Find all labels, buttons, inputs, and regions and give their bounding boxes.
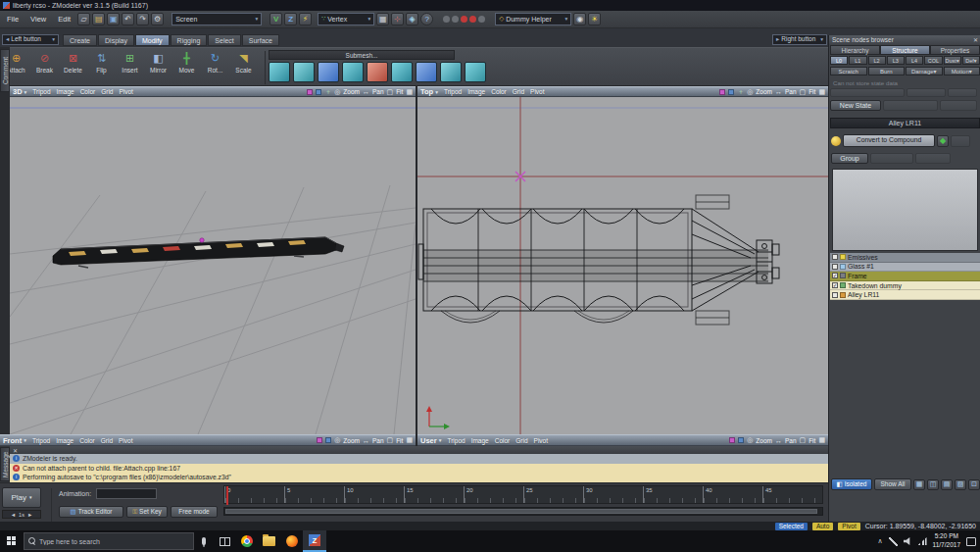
pan-label[interactable]: Pan (785, 88, 797, 95)
layout-grid-icon[interactable]: ▦ (818, 436, 825, 444)
zoom-icon[interactable]: ◎ (747, 88, 753, 96)
fit-label[interactable]: Fit (396, 437, 403, 444)
list-view-icon[interactable]: ▦ (913, 479, 925, 490)
show-all-button[interactable]: Show All (874, 478, 911, 490)
pan-label[interactable]: Pan (372, 437, 384, 444)
fit-label[interactable]: Fit (396, 88, 403, 95)
redo-icon[interactable]: ↷ (136, 13, 149, 25)
tool-insert-button[interactable]: ⊞Insert (116, 48, 144, 74)
track-editor-button[interactable]: ▧Track Editor (59, 506, 123, 518)
new-file-icon[interactable]: ▱ (77, 13, 90, 25)
viewport-menu-color[interactable]: Color (80, 88, 96, 95)
viewport-menu-pivot[interactable]: Pivot (534, 437, 548, 444)
playhead[interactable] (226, 486, 228, 505)
lod-col-button[interactable]: COL (924, 56, 942, 65)
submesh-icon[interactable] (293, 62, 315, 82)
message-panel-close-icon[interactable]: ✕ (13, 447, 18, 454)
isolated-button[interactable]: ◧Isolated (831, 478, 872, 490)
log-row-error[interactable]: ✕ Can not attach parent to child. file:A… (10, 464, 828, 474)
rows-view-icon[interactable]: ▤ (941, 479, 953, 490)
set-key-button[interactable]: ⚿Set Key (126, 506, 168, 518)
z-buffer-icon[interactable]: Z (284, 13, 297, 25)
tab-display[interactable]: Display (98, 34, 134, 46)
maximize-viewport-icon[interactable] (719, 89, 725, 95)
start-button[interactable] (0, 530, 24, 552)
pan-label[interactable]: Pan (372, 88, 384, 95)
menu-file[interactable]: File (2, 13, 24, 25)
add-view-icon[interactable]: ＋ (737, 87, 744, 97)
dust-dropdown[interactable]: Dust▾ (944, 56, 961, 65)
step-fwd-icon[interactable]: ► (27, 512, 32, 518)
zoom-icon[interactable]: ◎ (747, 436, 753, 444)
lod-l4-button[interactable]: L4 (906, 56, 923, 65)
viewport-menu-tripod[interactable]: Tripod (444, 88, 462, 95)
grid-toggle-icon[interactable]: ▦ (376, 13, 389, 25)
pan-icon[interactable]: ↔ (363, 88, 369, 95)
message-side-tab[interactable]: Message (0, 447, 10, 481)
motion-dropdown[interactable]: Motion▾ (944, 67, 980, 75)
tab-properties[interactable]: Properties (930, 45, 980, 55)
axes-icon[interactable]: ⊹ (391, 13, 404, 25)
viewport-menu-tripod[interactable]: Tripod (447, 437, 465, 444)
viewport-menu-color[interactable]: Color (79, 437, 95, 444)
viewport-3d-name[interactable]: 3D (13, 87, 23, 96)
tab-rigging[interactable]: Rigging (171, 34, 208, 46)
taskbar-app-explorer[interactable] (258, 530, 280, 552)
vertices-mode-icon[interactable]: V (270, 13, 282, 25)
free-mode-button[interactable]: Free mode (171, 506, 218, 518)
node-checkbox[interactable] (832, 254, 838, 260)
zoom-label[interactable]: Zoom (756, 437, 772, 444)
network-icon[interactable] (918, 537, 927, 545)
viewport-top-canvas[interactable] (417, 97, 828, 434)
lod-l0-button[interactable]: L0 (830, 56, 848, 65)
scene-browser-close-icon[interactable]: ✕ (973, 36, 978, 43)
viewport-menu-pivot[interactable]: Pivot (119, 437, 132, 444)
maximize-viewport-icon[interactable] (307, 89, 313, 95)
tool-delete-button[interactable]: ⊠Delete (59, 48, 87, 74)
zoom-icon[interactable]: ◎ (334, 88, 340, 96)
left-button-dropdown[interactable]: ◂ Left button▾ (2, 34, 59, 45)
pan-icon[interactable]: ↔ (775, 437, 782, 444)
node-emissives[interactable]: Emissives (830, 253, 980, 263)
compound-gem-icon[interactable]: ◆ (937, 135, 949, 147)
viewport-menu-image[interactable]: Image (471, 437, 489, 444)
add-view-icon[interactable]: ＋ (324, 87, 331, 97)
layout-grid-icon[interactable]: ▦ (818, 88, 825, 96)
layout-grid-icon[interactable]: ▦ (406, 88, 413, 96)
auto-toggle[interactable]: Auto (812, 523, 833, 530)
viewport-menu-pivot[interactable]: Pivot (530, 88, 544, 95)
pivot-toggle[interactable]: Pivot (838, 523, 859, 530)
help-icon[interactable]: ? (420, 13, 433, 25)
node-checkbox[interactable] (832, 292, 838, 298)
task-view-button[interactable] (214, 530, 235, 552)
taskbar-app-firefox[interactable] (280, 530, 303, 552)
tab-modify[interactable]: Modify (135, 34, 170, 46)
taskbar-search[interactable] (24, 532, 194, 550)
burn-button[interactable]: Burn (868, 67, 906, 75)
zoom-label[interactable]: Zoom (756, 88, 772, 95)
tool-flip-button[interactable]: ⇅Flip (87, 48, 116, 74)
dummy-helper-dropdown[interactable]: ◇ Dummy Helper▾ (495, 13, 571, 25)
fit-icon[interactable]: ▢ (387, 436, 394, 444)
fit-label[interactable]: Fit (808, 88, 815, 95)
tab-create[interactable]: Create (63, 34, 97, 46)
fit-icon[interactable]: ▢ (800, 88, 807, 96)
submesh-icon[interactable] (416, 62, 437, 82)
fit-icon[interactable]: ▢ (387, 88, 394, 96)
maximize-viewport-icon[interactable] (317, 437, 322, 443)
log-row-autosave[interactable]: i Performing autosave to "c:\program fil… (10, 473, 828, 482)
record-off-icon[interactable] (443, 16, 450, 23)
fit-label[interactable]: Fit (808, 437, 815, 444)
lod-l3-button[interactable]: L3 (887, 56, 905, 65)
tab-surface[interactable]: Surface (242, 34, 279, 46)
group-button[interactable]: Group (831, 153, 868, 164)
node-frame[interactable]: ✓ Frame (830, 272, 980, 281)
tab-structure[interactable]: Structure (880, 45, 930, 55)
cortana-mic-button[interactable] (194, 530, 214, 552)
step-back-icon[interactable]: ◄ (11, 512, 16, 518)
viewport-menu-grid[interactable]: Grid (101, 437, 113, 444)
node-alley-lr11[interactable]: Alley LR11 (830, 290, 980, 300)
log-row-info[interactable]: i ZModeler is ready. (10, 454, 828, 464)
light-icon[interactable]: ☀ (588, 13, 601, 25)
frame-step-stepper[interactable]: ◄ 1s ► (2, 510, 41, 519)
